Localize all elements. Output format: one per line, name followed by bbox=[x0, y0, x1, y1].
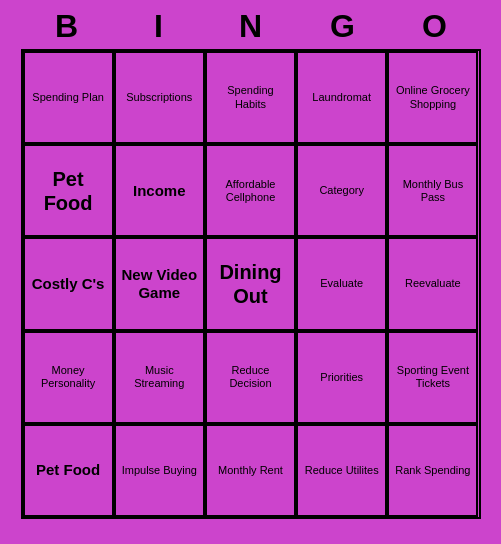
bingo-cell-21: Impulse Buying bbox=[114, 424, 205, 517]
bingo-cell-3: Laundromat bbox=[296, 51, 387, 144]
bingo-cell-11: New Video Game bbox=[114, 237, 205, 330]
bingo-cell-14: Reevaluate bbox=[387, 237, 478, 330]
bingo-cell-24: Rank Spending bbox=[387, 424, 478, 517]
bingo-cell-23: Reduce Utilites bbox=[296, 424, 387, 517]
bingo-cell-6: Income bbox=[114, 144, 205, 237]
bingo-cell-5: Pet Food bbox=[23, 144, 114, 237]
bingo-cell-12: Dining Out bbox=[205, 237, 296, 330]
letter-g: G bbox=[303, 8, 383, 45]
bingo-cell-2: Spending Habits bbox=[205, 51, 296, 144]
bingo-grid: Spending PlanSubscriptionsSpending Habit… bbox=[21, 49, 481, 519]
bingo-header: B I N G O bbox=[21, 0, 481, 49]
bingo-cell-13: Evaluate bbox=[296, 237, 387, 330]
bingo-cell-0: Spending Plan bbox=[23, 51, 114, 144]
letter-n: N bbox=[211, 8, 291, 45]
bingo-cell-22: Monthly Rent bbox=[205, 424, 296, 517]
bingo-cell-17: Reduce Decision bbox=[205, 331, 296, 424]
bingo-cell-1: Subscriptions bbox=[114, 51, 205, 144]
letter-b: B bbox=[27, 8, 107, 45]
bingo-cell-8: Category bbox=[296, 144, 387, 237]
bingo-cell-9: Monthly Bus Pass bbox=[387, 144, 478, 237]
bingo-cell-19: Sporting Event Tickets bbox=[387, 331, 478, 424]
bingo-cell-18: Priorities bbox=[296, 331, 387, 424]
bingo-cell-4: Online Grocery Shopping bbox=[387, 51, 478, 144]
bingo-cell-7: Affordable Cellphone bbox=[205, 144, 296, 237]
letter-o: O bbox=[395, 8, 475, 45]
bingo-cell-16: Music Streaming bbox=[114, 331, 205, 424]
bingo-cell-15: Money Personality bbox=[23, 331, 114, 424]
bingo-cell-10: Costly C's bbox=[23, 237, 114, 330]
bingo-cell-20: Pet Food bbox=[23, 424, 114, 517]
letter-i: I bbox=[119, 8, 199, 45]
